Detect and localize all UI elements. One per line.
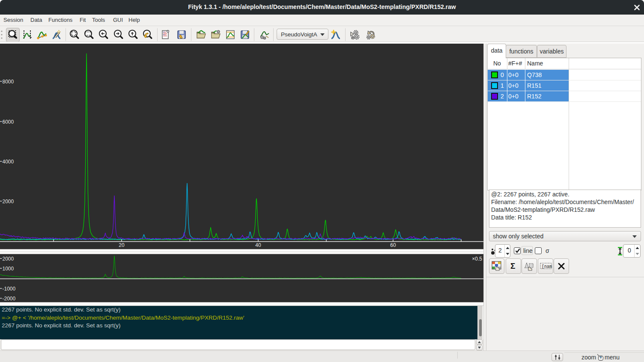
svg-text:40: 40 [255, 242, 261, 248]
svg-text:[nam: [nam [542, 264, 552, 269]
svg-text:20: 20 [119, 242, 125, 248]
svg-text:8000: 8000 [3, 79, 14, 85]
svg-text:60: 60 [390, 242, 396, 248]
svg-text:×0.5: ×0.5 [472, 256, 482, 262]
svg-text:-1000: -1000 [3, 286, 16, 292]
svg-text:4000: 4000 [3, 159, 14, 165]
svg-text:-2000: -2000 [3, 296, 16, 302]
svg-text:1000: 1000 [3, 266, 14, 272]
svg-text:2000: 2000 [3, 256, 14, 262]
svg-text:6000: 6000 [3, 119, 14, 125]
svg-text:2000: 2000 [3, 199, 14, 205]
